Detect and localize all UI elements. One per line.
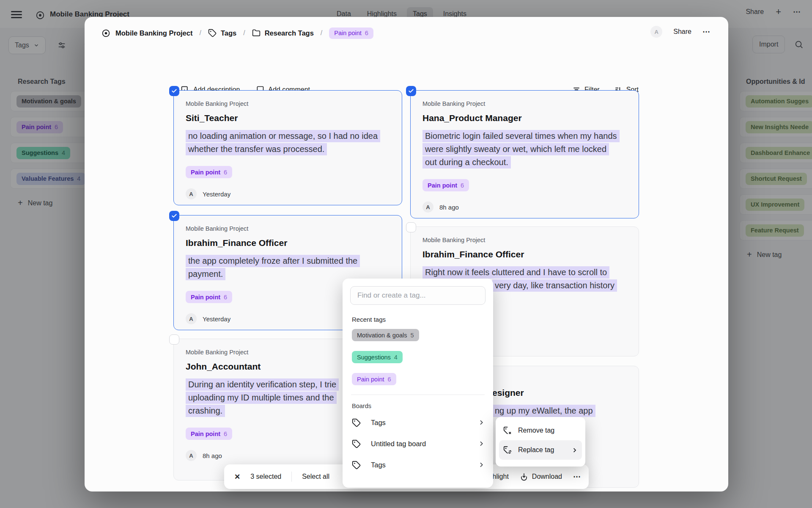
replace-tag-icon	[503, 446, 512, 455]
select-all-button[interactable]: Select all	[302, 473, 329, 480]
project-icon	[102, 29, 110, 38]
user-avatar[interactable]: A	[650, 26, 662, 38]
card-checkbox-checked[interactable]	[169, 86, 179, 96]
card-checkbox-unchecked[interactable]	[406, 222, 416, 232]
tag-icon	[352, 418, 361, 427]
chevron-right-icon	[478, 419, 485, 426]
recent-tag-pain-point[interactable]: Pain point6	[352, 373, 396, 385]
recent-tag-motivation[interactable]: Motivation & goals5	[352, 329, 419, 341]
board-row-label: Tags	[371, 419, 478, 427]
tag-count: 6	[365, 30, 368, 36]
tag-icon	[352, 461, 361, 469]
tag-pill[interactable]: Pain point6	[422, 179, 469, 191]
recent-tags-label: Recent tags	[352, 316, 493, 323]
selection-count: 3 selected	[250, 473, 281, 480]
author-avatar: A	[186, 188, 197, 199]
modal-more-button[interactable]: ⋯	[702, 27, 710, 36]
modal-header: Mobile Banking Project / Tags / Research…	[102, 27, 711, 39]
quote-line-fragment: very day, like transaction history	[492, 279, 617, 292]
quote-line: crashing.	[186, 405, 225, 417]
card-title: Hana_Product Manager	[422, 113, 627, 124]
tag-picker-popup: Recent tags Motivation & goals5 Suggesti…	[343, 279, 493, 488]
breadcrumb-folder[interactable]: Research Tags	[265, 29, 314, 37]
breadcrumb-separator: /	[243, 29, 245, 37]
tag-icon	[208, 29, 217, 37]
tag-pill-label: Pain point	[334, 30, 362, 36]
folder-icon	[252, 29, 261, 37]
card-project-label: Mobile Banking Project	[186, 100, 390, 108]
tag-count: 4	[394, 354, 398, 361]
remove-tag-label: Remove tag	[518, 427, 578, 434]
tag-search-input[interactable]	[350, 286, 486, 305]
tag-pill-label: Suggestions	[357, 354, 391, 361]
quote-line: the app completely froze after I submitt…	[186, 255, 360, 267]
tag-pill[interactable]: Pain point6	[186, 291, 232, 303]
board-row-tags[interactable]: Tags	[343, 412, 493, 433]
tag-pill-label: Pain point	[191, 431, 220, 437]
modal-share-button[interactable]: Share	[673, 28, 691, 36]
author-avatar: A	[422, 202, 433, 213]
remove-tag-menu-item[interactable]: Remove tag	[499, 421, 582, 440]
tag-pill-label: Pain point	[357, 376, 384, 383]
boards-label: Boards	[352, 403, 493, 409]
card-checkbox-checked[interactable]	[169, 211, 179, 221]
card-timestamp: 8h ago	[203, 452, 222, 459]
replace-tag-label: Replace tag	[518, 446, 571, 454]
quote-line-fragment: ng up my eWallet, the app	[492, 405, 595, 417]
tag-pill-label: Motivation & goals	[357, 332, 407, 339]
card-project-label: Mobile Banking Project	[422, 100, 627, 108]
card-project-label: Mobile Banking Project	[422, 236, 627, 244]
tag-icon	[352, 439, 361, 448]
breadcrumb-board[interactable]: Tags	[221, 29, 236, 37]
tag-pill-label: Pain point	[428, 182, 457, 189]
download-label: Download	[532, 473, 562, 480]
quote-line: no loading animation or message, so I ha…	[186, 130, 380, 142]
highlight-quote: the app completely froze after I submitt…	[186, 254, 390, 281]
recent-tag-suggestions[interactable]: Suggestions4	[352, 351, 403, 363]
board-row-tags-2[interactable]: Tags	[343, 454, 493, 475]
highlight-quote: no loading animation or message, so I ha…	[186, 130, 390, 156]
quote-line: whether the transfer was processed.	[186, 143, 327, 155]
divider	[351, 395, 485, 395]
chevron-right-icon	[571, 447, 578, 453]
quote-line: During an identity verification step, I …	[186, 378, 339, 391]
highlight-quote: Biometric login failed several times whe…	[422, 130, 627, 169]
tag-count: 6	[224, 431, 227, 437]
card-checkbox-unchecked[interactable]	[169, 334, 179, 345]
card-timestamp: Yesterday	[203, 315, 230, 323]
breadcrumb-separator: /	[321, 29, 322, 37]
download-button[interactable]: Download	[520, 472, 562, 481]
replace-tag-menu-item[interactable]: Replace tag	[499, 440, 582, 460]
card-title-fragment: esigner	[492, 387, 627, 398]
tag-pill[interactable]: Pain point6	[186, 428, 232, 440]
card-project-label: Mobile Banking Project	[186, 225, 390, 232]
card-title: Ibrahim_Finance Officer	[186, 237, 390, 248]
card-checkbox-checked[interactable]	[406, 86, 416, 96]
quote-line: Right now it feels cluttered and I have …	[422, 266, 609, 279]
breadcrumb-separator: /	[199, 29, 201, 37]
quote-line: out during a checkout.	[422, 156, 511, 168]
board-row-untitled[interactable]: Untitled tag board	[343, 433, 493, 454]
card-title: Siti_Teacher	[186, 113, 390, 124]
breadcrumb-project[interactable]: Mobile Banking Project	[115, 29, 192, 37]
breadcrumb-tag-pill[interactable]: Pain point6	[329, 28, 373, 39]
author-avatar: A	[186, 313, 197, 324]
highlight-card-hana[interactable]: Mobile Banking Project Hana_Product Mana…	[410, 90, 639, 218]
tag-count: 6	[224, 294, 227, 301]
highlight-card-siti[interactable]: Mobile Banking Project Siti_Teacher no l…	[173, 90, 402, 205]
quote-line: payment.	[186, 268, 225, 280]
chevron-right-icon	[478, 440, 485, 447]
selection-more-button[interactable]: ⋯	[573, 472, 581, 481]
chevron-right-icon	[478, 461, 485, 468]
tag-pill[interactable]: Pain point6	[186, 166, 232, 178]
screen: Mobile Banking Project Data Highlights T…	[0, 0, 812, 508]
tag-pill-label: Pain point	[191, 294, 220, 301]
tag-context-menu: Remove tag Replace tag	[496, 417, 585, 467]
quote-line: Biometric login failed several times whe…	[422, 130, 620, 142]
card-title: Ibrahim_Finance Officer	[422, 249, 627, 260]
quote-line: uploading my ID multiple times and the	[186, 392, 337, 404]
divider	[291, 472, 292, 482]
quote-line: were slightly sweaty or wet, which left …	[422, 143, 609, 155]
clear-selection-button[interactable]: ✕	[234, 472, 240, 481]
board-row-label: Untitled tag board	[371, 440, 478, 448]
